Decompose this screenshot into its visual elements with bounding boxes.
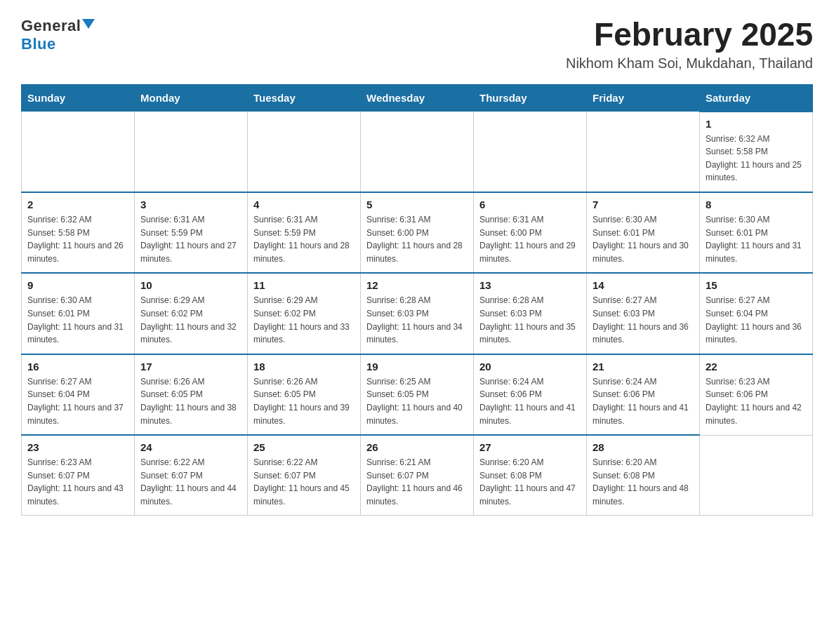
day-number: 11 bbox=[253, 279, 355, 291]
calendar-cell: 6Sunrise: 6:31 AMSunset: 6:00 PMDaylight… bbox=[474, 192, 587, 273]
logo: General Blue bbox=[21, 17, 95, 53]
day-info: Sunrise: 6:22 AMSunset: 6:07 PMDaylight:… bbox=[140, 456, 241, 508]
day-info: Sunrise: 6:29 AMSunset: 6:02 PMDaylight:… bbox=[253, 294, 355, 346]
day-info: Sunrise: 6:31 AMSunset: 5:59 PMDaylight:… bbox=[253, 213, 355, 265]
week-row-3: 9Sunrise: 6:30 AMSunset: 6:01 PMDaylight… bbox=[22, 273, 813, 354]
header-day-tuesday: Tuesday bbox=[248, 84, 361, 112]
calendar-cell bbox=[22, 112, 135, 192]
calendar-title: February 2025 bbox=[566, 17, 813, 53]
day-info: Sunrise: 6:26 AMSunset: 6:05 PMDaylight:… bbox=[140, 375, 241, 427]
day-info: Sunrise: 6:27 AMSunset: 6:04 PMDaylight:… bbox=[27, 375, 128, 427]
day-number: 16 bbox=[27, 361, 128, 373]
calendar-cell: 26Sunrise: 6:21 AMSunset: 6:07 PMDayligh… bbox=[361, 435, 474, 516]
day-info: Sunrise: 6:32 AMSunset: 5:58 PMDaylight:… bbox=[27, 213, 128, 265]
day-info: Sunrise: 6:28 AMSunset: 6:03 PMDaylight:… bbox=[366, 294, 468, 346]
day-info: Sunrise: 6:26 AMSunset: 6:05 PMDaylight:… bbox=[253, 375, 355, 427]
calendar-cell: 18Sunrise: 6:26 AMSunset: 6:05 PMDayligh… bbox=[248, 354, 361, 435]
header-day-monday: Monday bbox=[135, 84, 248, 112]
logo-triangle-icon bbox=[82, 19, 95, 29]
calendar-cell: 5Sunrise: 6:31 AMSunset: 6:00 PMDaylight… bbox=[361, 192, 474, 273]
calendar-cell: 22Sunrise: 6:23 AMSunset: 6:06 PMDayligh… bbox=[700, 354, 813, 435]
calendar-header: SundayMondayTuesdayWednesdayThursdayFrid… bbox=[22, 84, 813, 112]
day-info: Sunrise: 6:22 AMSunset: 6:07 PMDaylight:… bbox=[253, 456, 355, 508]
day-number: 8 bbox=[706, 199, 807, 210]
header-day-thursday: Thursday bbox=[474, 84, 587, 112]
day-info: Sunrise: 6:25 AMSunset: 6:05 PMDaylight:… bbox=[366, 375, 468, 427]
header-row: SundayMondayTuesdayWednesdayThursdayFrid… bbox=[22, 84, 813, 112]
day-info: Sunrise: 6:20 AMSunset: 6:08 PMDaylight:… bbox=[593, 456, 694, 508]
day-number: 21 bbox=[593, 361, 694, 373]
day-info: Sunrise: 6:23 AMSunset: 6:06 PMDaylight:… bbox=[706, 375, 807, 427]
calendar-cell: 15Sunrise: 6:27 AMSunset: 6:04 PMDayligh… bbox=[700, 273, 813, 354]
day-number: 12 bbox=[366, 279, 468, 291]
header-day-sunday: Sunday bbox=[22, 84, 135, 112]
day-number: 1 bbox=[706, 118, 807, 130]
day-number: 28 bbox=[593, 441, 694, 453]
day-number: 4 bbox=[253, 199, 355, 210]
calendar-cell: 13Sunrise: 6:28 AMSunset: 6:03 PMDayligh… bbox=[474, 273, 587, 354]
calendar-cell: 7Sunrise: 6:30 AMSunset: 6:01 PMDaylight… bbox=[587, 192, 700, 273]
calendar-cell: 23Sunrise: 6:23 AMSunset: 6:07 PMDayligh… bbox=[22, 435, 135, 516]
day-number: 24 bbox=[140, 441, 241, 453]
week-row-4: 16Sunrise: 6:27 AMSunset: 6:04 PMDayligh… bbox=[22, 354, 813, 435]
calendar-cell: 14Sunrise: 6:27 AMSunset: 6:03 PMDayligh… bbox=[587, 273, 700, 354]
calendar-table: SundayMondayTuesdayWednesdayThursdayFrid… bbox=[21, 84, 813, 516]
calendar-cell: 4Sunrise: 6:31 AMSunset: 5:59 PMDaylight… bbox=[248, 192, 361, 273]
day-number: 2 bbox=[27, 199, 128, 210]
day-info: Sunrise: 6:31 AMSunset: 6:00 PMDaylight:… bbox=[479, 213, 581, 265]
day-number: 13 bbox=[479, 279, 581, 291]
header-day-wednesday: Wednesday bbox=[361, 84, 474, 112]
calendar-cell bbox=[700, 435, 813, 516]
calendar-cell: 28Sunrise: 6:20 AMSunset: 6:08 PMDayligh… bbox=[587, 435, 700, 516]
week-row-1: 1Sunrise: 6:32 AMSunset: 5:58 PMDaylight… bbox=[22, 112, 813, 192]
day-number: 17 bbox=[140, 361, 241, 373]
day-number: 7 bbox=[593, 199, 694, 210]
day-info: Sunrise: 6:31 AMSunset: 5:59 PMDaylight:… bbox=[140, 213, 241, 265]
title-block: February 2025 Nikhom Kham Soi, Mukdahan,… bbox=[566, 17, 813, 72]
day-info: Sunrise: 6:30 AMSunset: 6:01 PMDaylight:… bbox=[27, 294, 128, 346]
calendar-cell: 27Sunrise: 6:20 AMSunset: 6:08 PMDayligh… bbox=[474, 435, 587, 516]
day-info: Sunrise: 6:21 AMSunset: 6:07 PMDaylight:… bbox=[366, 456, 468, 508]
calendar-cell bbox=[135, 112, 248, 192]
calendar-cell bbox=[474, 112, 587, 192]
calendar-cell: 24Sunrise: 6:22 AMSunset: 6:07 PMDayligh… bbox=[135, 435, 248, 516]
calendar-cell: 20Sunrise: 6:24 AMSunset: 6:06 PMDayligh… bbox=[474, 354, 587, 435]
calendar-cell: 21Sunrise: 6:24 AMSunset: 6:06 PMDayligh… bbox=[587, 354, 700, 435]
calendar-cell: 8Sunrise: 6:30 AMSunset: 6:01 PMDaylight… bbox=[700, 192, 813, 273]
calendar-cell: 19Sunrise: 6:25 AMSunset: 6:05 PMDayligh… bbox=[361, 354, 474, 435]
day-info: Sunrise: 6:30 AMSunset: 6:01 PMDaylight:… bbox=[593, 213, 694, 265]
day-number: 3 bbox=[140, 199, 241, 210]
day-number: 20 bbox=[479, 361, 581, 373]
week-row-5: 23Sunrise: 6:23 AMSunset: 6:07 PMDayligh… bbox=[22, 435, 813, 516]
header-day-saturday: Saturday bbox=[700, 84, 813, 112]
day-info: Sunrise: 6:27 AMSunset: 6:03 PMDaylight:… bbox=[593, 294, 694, 346]
calendar-cell: 1Sunrise: 6:32 AMSunset: 5:58 PMDaylight… bbox=[700, 112, 813, 192]
calendar-cell: 17Sunrise: 6:26 AMSunset: 6:05 PMDayligh… bbox=[135, 354, 248, 435]
calendar-cell bbox=[587, 112, 700, 192]
calendar-cell bbox=[248, 112, 361, 192]
day-info: Sunrise: 6:28 AMSunset: 6:03 PMDaylight:… bbox=[479, 294, 581, 346]
logo-blue-text: Blue bbox=[21, 35, 56, 53]
day-info: Sunrise: 6:20 AMSunset: 6:08 PMDaylight:… bbox=[479, 456, 581, 508]
day-number: 15 bbox=[706, 279, 807, 291]
day-info: Sunrise: 6:30 AMSunset: 6:01 PMDaylight:… bbox=[706, 213, 807, 265]
location-title: Nikhom Kham Soi, Mukdahan, Thailand bbox=[566, 55, 813, 72]
calendar-cell: 10Sunrise: 6:29 AMSunset: 6:02 PMDayligh… bbox=[135, 273, 248, 354]
day-number: 27 bbox=[479, 441, 581, 453]
day-info: Sunrise: 6:23 AMSunset: 6:07 PMDaylight:… bbox=[27, 456, 128, 508]
calendar-cell bbox=[361, 112, 474, 192]
calendar-cell: 16Sunrise: 6:27 AMSunset: 6:04 PMDayligh… bbox=[22, 354, 135, 435]
calendar-cell: 9Sunrise: 6:30 AMSunset: 6:01 PMDaylight… bbox=[22, 273, 135, 354]
calendar-body: 1Sunrise: 6:32 AMSunset: 5:58 PMDaylight… bbox=[22, 112, 813, 516]
header-day-friday: Friday bbox=[587, 84, 700, 112]
day-info: Sunrise: 6:24 AMSunset: 6:06 PMDaylight:… bbox=[479, 375, 581, 427]
calendar-cell: 12Sunrise: 6:28 AMSunset: 6:03 PMDayligh… bbox=[361, 273, 474, 354]
logo-general-text: General bbox=[21, 17, 81, 35]
day-number: 14 bbox=[593, 279, 694, 291]
calendar-cell: 11Sunrise: 6:29 AMSunset: 6:02 PMDayligh… bbox=[248, 273, 361, 354]
day-info: Sunrise: 6:27 AMSunset: 6:04 PMDaylight:… bbox=[706, 294, 807, 346]
day-number: 9 bbox=[27, 279, 128, 291]
day-number: 19 bbox=[366, 361, 468, 373]
calendar-cell: 3Sunrise: 6:31 AMSunset: 5:59 PMDaylight… bbox=[135, 192, 248, 273]
day-info: Sunrise: 6:24 AMSunset: 6:06 PMDaylight:… bbox=[593, 375, 694, 427]
